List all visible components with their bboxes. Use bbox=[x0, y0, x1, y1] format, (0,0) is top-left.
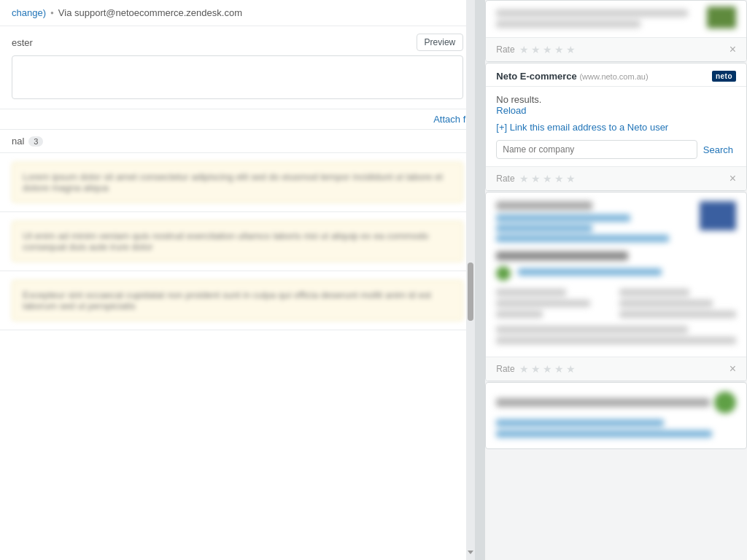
internal-tab-row: nal 3 bbox=[0, 130, 475, 153]
star-1[interactable]: ★ bbox=[519, 363, 529, 375]
separator-dot: ● bbox=[50, 9, 54, 16]
star-4[interactable]: ★ bbox=[554, 44, 564, 55]
change-link[interactable]: change) bbox=[12, 7, 46, 18]
neto-title: Neto E-commerce bbox=[496, 71, 577, 82]
reload-link[interactable]: Reload bbox=[496, 105, 736, 116]
rate-bar-neto: Rate ★ ★ ★ ★ ★ × bbox=[486, 166, 746, 190]
editor-row: ester Preview bbox=[12, 34, 463, 51]
scrollbar[interactable] bbox=[466, 0, 475, 560]
star-1[interactable]: ★ bbox=[519, 44, 529, 55]
scrollbar-thumb bbox=[468, 262, 473, 321]
rate-row-mid: Rate ★ ★ ★ ★ ★ bbox=[496, 363, 575, 375]
scroll-down-arrow bbox=[468, 551, 473, 554]
star-rating-mid[interactable]: ★ ★ ★ ★ ★ bbox=[519, 363, 576, 375]
star-4[interactable]: ★ bbox=[554, 173, 564, 184]
rate-row-neto: Rate ★ ★ ★ ★ ★ bbox=[496, 173, 575, 184]
panel-separator bbox=[476, 0, 484, 560]
search-button[interactable]: Search bbox=[700, 144, 736, 155]
message-thread: Lorem ipsum dolor sit amet consectetur a… bbox=[0, 153, 475, 560]
top-blurred-card: Rate ★ ★ ★ ★ ★ × bbox=[485, 0, 747, 62]
star-3[interactable]: ★ bbox=[543, 173, 552, 184]
message-bubble-1: Lorem ipsum dolor sit amet consectetur a… bbox=[12, 162, 463, 203]
search-row: Search bbox=[496, 140, 736, 159]
star-2[interactable]: ★ bbox=[531, 173, 541, 184]
list-item: Lorem ipsum dolor sit amet consectetur a… bbox=[0, 153, 475, 212]
rate-bar-mid: Rate ★ ★ ★ ★ ★ × bbox=[486, 357, 746, 381]
editor-name: ester bbox=[12, 37, 33, 48]
reply-textarea[interactable] bbox=[12, 55, 463, 99]
star-5[interactable]: ★ bbox=[566, 44, 576, 55]
star-5[interactable]: ★ bbox=[566, 363, 576, 375]
top-card-content bbox=[486, 1, 746, 37]
neto-domain: (www.neto.com.au) bbox=[579, 72, 648, 81]
rate-bar-top: Rate ★ ★ ★ ★ ★ × bbox=[486, 37, 746, 61]
mid-blurred-card: Rate ★ ★ ★ ★ ★ × bbox=[485, 192, 747, 381]
star-rating-neto[interactable]: ★ ★ ★ ★ ★ bbox=[519, 173, 576, 184]
link-neto-user-link[interactable]: [+] Link this email address to a Neto us… bbox=[496, 122, 736, 133]
message-bubble-2: Ut enim ad minim veniam quis nostrud exe… bbox=[12, 221, 463, 262]
rate-label-neto: Rate bbox=[496, 174, 514, 184]
neto-card: Neto E-commerce (www.neto.com.au) neto N… bbox=[485, 63, 747, 191]
neto-body: No results. Reload [+] Link this email a… bbox=[486, 87, 746, 166]
star-4[interactable]: ★ bbox=[554, 363, 564, 375]
star-2[interactable]: ★ bbox=[531, 363, 541, 375]
top-bar: change) ● Via support@netoecommerce.zend… bbox=[0, 0, 475, 26]
star-rating[interactable]: ★ ★ ★ ★ ★ bbox=[519, 44, 576, 55]
internal-count-badge: 3 bbox=[28, 136, 43, 147]
via-email: Via support@netoecommerce.zendesk.com bbox=[58, 7, 242, 18]
list-item: Excepteur sint occaecat cupidatat non pr… bbox=[0, 271, 475, 330]
rate-label: Rate bbox=[496, 44, 514, 55]
attach-row: Attach file bbox=[0, 109, 475, 130]
star-1[interactable]: ★ bbox=[519, 173, 529, 184]
neto-title-group: Neto E-commerce (www.neto.com.au) bbox=[496, 71, 648, 82]
close-neto-card-button[interactable]: × bbox=[729, 173, 736, 184]
left-panel: change) ● Via support@netoecommerce.zend… bbox=[0, 0, 476, 560]
editor-area: ester Preview bbox=[0, 26, 475, 109]
star-2[interactable]: ★ bbox=[531, 44, 541, 55]
star-3[interactable]: ★ bbox=[543, 363, 552, 375]
star-3[interactable]: ★ bbox=[543, 44, 552, 55]
neto-header: Neto E-commerce (www.neto.com.au) neto bbox=[486, 63, 746, 87]
rate-row: Rate ★ ★ ★ ★ ★ bbox=[496, 44, 575, 55]
right-panel: Rate ★ ★ ★ ★ ★ × Neto E-commerce (www.ne… bbox=[484, 0, 747, 560]
close-top-card-button[interactable]: × bbox=[729, 44, 736, 55]
message-bubble-3: Excepteur sint occaecat cupidatat non pr… bbox=[12, 280, 463, 321]
search-input[interactable] bbox=[496, 140, 697, 159]
list-item: Ut enim ad minim veniam quis nostrud exe… bbox=[0, 212, 475, 271]
mid-card-content bbox=[486, 192, 746, 357]
rate-label-mid: Rate bbox=[496, 364, 514, 374]
neto-logo: neto bbox=[712, 71, 736, 82]
no-results-text: No results. bbox=[496, 94, 541, 105]
star-5[interactable]: ★ bbox=[566, 173, 576, 184]
preview-button[interactable]: Preview bbox=[417, 34, 464, 51]
close-mid-card-button[interactable]: × bbox=[729, 363, 736, 375]
bottom-card-content bbox=[486, 383, 746, 448]
internal-label: nal bbox=[12, 136, 24, 147]
bottom-blurred-card bbox=[485, 382, 747, 449]
card-avatar bbox=[707, 7, 736, 28]
